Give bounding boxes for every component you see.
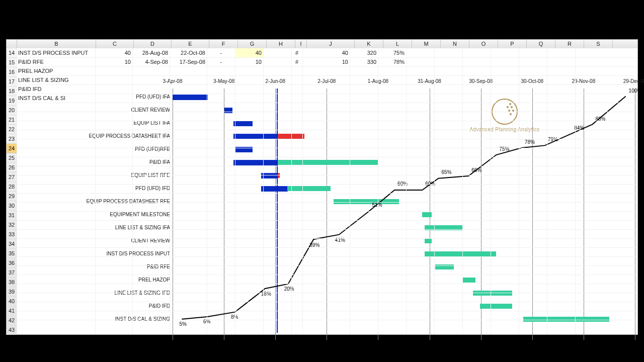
row-header-31[interactable]: 31: [7, 211, 17, 220]
column-header-D[interactable]: D: [134, 40, 172, 48]
column-header-Q[interactable]: Q: [527, 40, 555, 48]
cell-F14[interactable]: -: [207, 48, 235, 57]
cell-F15[interactable]: -: [207, 57, 235, 66]
select-all-gutter[interactable]: [7, 40, 17, 48]
cell-K15[interactable]: 330: [350, 57, 378, 66]
row-header-35[interactable]: 35: [7, 249, 17, 258]
row-header-30[interactable]: 30: [7, 201, 17, 211]
row-header-34[interactable]: 34: [7, 239, 17, 249]
cell-D14[interactable]: 28-Aug-08: [132, 48, 170, 57]
row-header-26[interactable]: 26: [7, 163, 17, 172]
row-header-20[interactable]: 20: [7, 106, 17, 115]
row-header-42[interactable]: 42: [7, 316, 17, 325]
cell-J15[interactable]: 10: [302, 57, 350, 66]
cell-C14[interactable]: 40: [95, 48, 132, 57]
cell-B18[interactable]: P&ID IFD: [17, 84, 95, 94]
row-header-15[interactable]: 15: [7, 58, 17, 67]
column-header-K[interactable]: K: [355, 40, 383, 48]
column-header-H[interactable]: H: [267, 40, 295, 48]
column-header-B[interactable]: B: [17, 40, 96, 48]
row-header-17[interactable]: 17: [7, 77, 17, 86]
cell-G15[interactable]: 10: [235, 57, 263, 66]
viewport: BCDEFGHIJKLMNOPQRS 141516171819202122232…: [0, 0, 644, 362]
column-header-S[interactable]: S: [584, 40, 613, 48]
row-header-37[interactable]: 37: [7, 268, 17, 278]
cell-D15[interactable]: 4-Sep-08: [132, 57, 170, 66]
cell-L15[interactable]: 78%: [378, 57, 406, 66]
row-header-21[interactable]: 21: [7, 115, 17, 125]
row-header-33[interactable]: 33: [7, 230, 17, 239]
column-header-J[interactable]: J: [307, 40, 355, 48]
column-header-C[interactable]: C: [96, 40, 134, 48]
row-header-24[interactable]: 24: [7, 144, 17, 153]
spreadsheet-window: BCDEFGHIJKLMNOPQRS 141516171819202122232…: [6, 39, 638, 335]
row-header-27[interactable]: 27: [7, 172, 17, 182]
row-headers[interactable]: 1415161718192021222324252627282930313233…: [7, 48, 17, 334]
grid-body[interactable]: 3-Apr-083-May-082-Jun-082-Jul-081-Aug-08…: [17, 48, 637, 334]
column-header-L[interactable]: L: [383, 40, 412, 48]
row-header-18[interactable]: 18: [7, 86, 17, 96]
column-header-O[interactable]: O: [469, 40, 498, 48]
row-header-32[interactable]: 32: [7, 220, 17, 230]
cell-H15[interactable]: [263, 57, 291, 66]
cell-L14[interactable]: 75%: [378, 48, 406, 57]
column-header-E[interactable]: E: [172, 40, 209, 48]
row-header-14[interactable]: 14: [7, 48, 17, 58]
row-header-28[interactable]: 28: [7, 182, 17, 192]
row-header-36[interactable]: 36: [7, 258, 17, 268]
cell-I15[interactable]: #: [291, 57, 302, 66]
row-header-40[interactable]: 40: [7, 297, 17, 306]
column-headers[interactable]: BCDEFGHIJKLMNOPQRS: [7, 40, 637, 49]
row-header-43[interactable]: 43: [7, 325, 17, 335]
column-header-M[interactable]: M: [412, 40, 441, 48]
cell-B17[interactable]: LINE LIST & SIZING: [17, 75, 95, 84]
row-header-25[interactable]: 25: [7, 153, 17, 163]
cell-B19[interactable]: INST D/S CAL & SI: [17, 94, 95, 103]
row-header-41[interactable]: 41: [7, 306, 17, 316]
column-header-N[interactable]: N: [441, 40, 469, 48]
column-header-I[interactable]: I: [295, 40, 307, 48]
column-header-P[interactable]: P: [498, 40, 527, 48]
cell-G14[interactable]: 40: [235, 48, 263, 57]
cell-E15[interactable]: 17-Sep-08: [170, 57, 207, 66]
cell-B16[interactable]: PREL HAZOP: [17, 66, 95, 75]
cell-I14[interactable]: #: [291, 48, 302, 57]
cell-H14[interactable]: [263, 48, 291, 57]
row-header-39[interactable]: 39: [7, 287, 17, 297]
row-header-29[interactable]: 29: [7, 192, 17, 201]
row-header-16[interactable]: 16: [7, 67, 17, 77]
cell-E14[interactable]: 22-Oct-08: [170, 48, 207, 57]
row-header-22[interactable]: 22: [7, 125, 17, 134]
cell-B14[interactable]: INST D/S PROCESS INPUT: [17, 48, 95, 57]
row-header-38[interactable]: 38: [7, 278, 17, 287]
cell-B15[interactable]: P&ID RFE: [17, 57, 95, 66]
column-header-G[interactable]: G: [238, 40, 267, 48]
row-header-19[interactable]: 19: [7, 96, 17, 106]
cell-J14[interactable]: 40: [302, 48, 350, 57]
row-header-23[interactable]: 23: [7, 134, 17, 144]
cell-K14[interactable]: 320: [350, 48, 378, 57]
column-header-F[interactable]: F: [209, 40, 238, 48]
cell-C15[interactable]: 10: [95, 57, 132, 66]
column-header-R[interactable]: R: [555, 40, 584, 48]
